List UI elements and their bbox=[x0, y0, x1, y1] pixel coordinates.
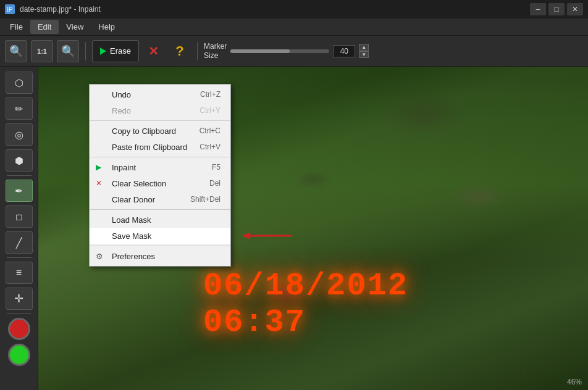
edit-dropdown-menu: Undo Ctrl+Z Redo Ctrl+Y Copy to Clipboar… bbox=[89, 84, 231, 267]
copy-label: Copy to Clipboard bbox=[112, 127, 176, 136]
layers-button[interactable]: ≡ bbox=[6, 262, 33, 284]
sidebar: ⬡ ✏ ◎ ⬢ ✒ ◻ ╱ ≡ ✛ bbox=[0, 67, 38, 390]
minimize-button[interactable]: – bbox=[530, 3, 546, 15]
title-bar-controls: – □ ✕ bbox=[530, 3, 583, 15]
marker-tool-button[interactable]: ✒ bbox=[6, 180, 33, 202]
separator-2 bbox=[197, 42, 198, 60]
clear-selection-icon: ✕ bbox=[96, 179, 102, 188]
color-green-button[interactable] bbox=[8, 344, 30, 366]
title-bar-left: IP date-stamp.jpg* - Inpaint bbox=[5, 4, 101, 14]
menu-inpaint[interactable]: ▶ Inpaint F5 bbox=[90, 159, 230, 175]
arrow-svg bbox=[237, 227, 298, 244]
close-button[interactable]: ✕ bbox=[567, 3, 583, 15]
color-red-button[interactable] bbox=[8, 318, 30, 340]
menu-sep-1 bbox=[90, 120, 230, 121]
marker-size-slider[interactable] bbox=[230, 49, 329, 53]
menu-edit[interactable]: Edit bbox=[30, 20, 59, 34]
menu-view[interactable]: View bbox=[59, 20, 91, 34]
erase-button[interactable]: Erase bbox=[92, 40, 139, 62]
move-tool-button[interactable]: ✛ bbox=[6, 288, 33, 310]
clear-selection-label: Clear Selection bbox=[112, 179, 166, 188]
undo-label: Undo bbox=[112, 90, 131, 99]
zoom-out-button[interactable]: 🔍 bbox=[5, 40, 27, 62]
app-icon: IP bbox=[5, 4, 15, 14]
help-button[interactable]: ? bbox=[169, 40, 191, 62]
play-icon bbox=[100, 48, 106, 55]
marker-slider-fill bbox=[230, 49, 290, 53]
load-mask-label: Load Mask bbox=[112, 215, 151, 225]
menu-preferences[interactable]: ⚙ Preferences bbox=[90, 248, 230, 264]
marker-decrease-button[interactable]: ▼ bbox=[359, 51, 369, 58]
clear-donor-shortcut: Shift+Del bbox=[190, 195, 220, 204]
marker-arrows: ▲ ▼ bbox=[359, 44, 369, 58]
maximize-button[interactable]: □ bbox=[548, 3, 565, 15]
title-bar: IP date-stamp.jpg* - Inpaint – □ ✕ bbox=[0, 0, 588, 19]
menu-sep-4 bbox=[90, 246, 230, 246]
zoom-fit-button[interactable]: 1:1 bbox=[31, 40, 53, 62]
inpaint-shortcut: F5 bbox=[212, 163, 220, 172]
inpaint-label: Inpaint bbox=[112, 163, 136, 172]
menu-paste[interactable]: Paste from Clipboard Ctrl+V bbox=[90, 139, 230, 155]
menu-redo[interactable]: Redo Ctrl+Y bbox=[90, 102, 230, 118]
preferences-label: Preferences bbox=[112, 252, 155, 261]
save-mask-label: Save Mask bbox=[112, 231, 151, 241]
separator-1 bbox=[85, 42, 86, 60]
marker-increase-button[interactable]: ▲ bbox=[359, 44, 369, 51]
zoom-in-button[interactable]: 🔍 bbox=[57, 40, 79, 62]
stamp-tool-button[interactable]: ⬢ bbox=[6, 149, 33, 172]
svg-marker-1 bbox=[243, 232, 250, 239]
toolbar: 🔍 1:1 🔍 Erase ✕ ? Marker Size 40 ▲ ▼ bbox=[0, 36, 588, 67]
menu-copy[interactable]: Copy to Clipboard Ctrl+C bbox=[90, 123, 230, 139]
menu-undo[interactable]: Undo Ctrl+Z bbox=[90, 86, 230, 102]
sidebar-separator-1 bbox=[7, 175, 32, 176]
menu-save-mask[interactable]: Save Mask bbox=[90, 228, 230, 244]
timestamp-display: 06/18/2012 06:37 bbox=[203, 268, 478, 341]
window-title: date-stamp.jpg* - Inpaint bbox=[20, 5, 101, 14]
menu-load-mask[interactable]: Load Mask bbox=[90, 212, 230, 228]
redo-label: Redo bbox=[112, 106, 131, 115]
paste-shortcut: Ctrl+V bbox=[200, 143, 220, 151]
menu-help[interactable]: Help bbox=[91, 20, 122, 34]
menu-sep-3 bbox=[90, 209, 230, 210]
paste-label: Paste from Clipboard bbox=[112, 143, 187, 152]
eraser-tool-button[interactable]: ◻ bbox=[6, 205, 33, 228]
inpaint-icon: ▶ bbox=[96, 163, 101, 172]
clear-donor-label: Clear Donor bbox=[112, 195, 155, 204]
menu-clear-donor[interactable]: Clear Donor Shift+Del bbox=[90, 191, 230, 207]
copy-shortcut: Ctrl+C bbox=[200, 127, 220, 135]
redo-shortcut: Ctrl+Y bbox=[200, 106, 220, 115]
freehand-tool-button[interactable]: ✏ bbox=[6, 98, 33, 120]
menu-file[interactable]: File bbox=[2, 20, 30, 34]
menu-bar: File Edit View Help bbox=[0, 19, 588, 36]
main-area: ⬡ ✏ ◎ ⬢ ✒ ◻ ╱ ≡ ✛ 06/18/2012 06:37 46% U… bbox=[0, 67, 588, 390]
marker-size-value: 40 bbox=[333, 45, 355, 57]
lasso-tool-button[interactable]: ⬡ bbox=[6, 72, 33, 94]
sidebar-separator-3 bbox=[7, 313, 32, 314]
menu-clear-selection[interactable]: ✕ Clear Selection Del bbox=[90, 175, 230, 191]
menu-sep-2 bbox=[90, 157, 230, 157]
erase-label: Erase bbox=[110, 46, 131, 56]
clear-selection-shortcut: Del bbox=[209, 179, 220, 188]
zoom-indicator: 46% bbox=[567, 378, 582, 386]
red-arrow-indicator bbox=[237, 227, 298, 244]
sidebar-separator-2 bbox=[7, 257, 32, 258]
preferences-icon: ⚙ bbox=[96, 252, 103, 261]
clear-button[interactable]: ✕ bbox=[143, 40, 165, 62]
canvas-area[interactable]: 06/18/2012 06:37 46% Undo Ctrl+Z Redo Ct… bbox=[38, 67, 588, 390]
undo-shortcut: Ctrl+Z bbox=[200, 90, 220, 99]
smart-tool-button[interactable]: ◎ bbox=[6, 123, 33, 146]
marker-size-label: Marker Size bbox=[204, 42, 227, 60]
line-tool-button[interactable]: ╱ bbox=[6, 231, 33, 254]
